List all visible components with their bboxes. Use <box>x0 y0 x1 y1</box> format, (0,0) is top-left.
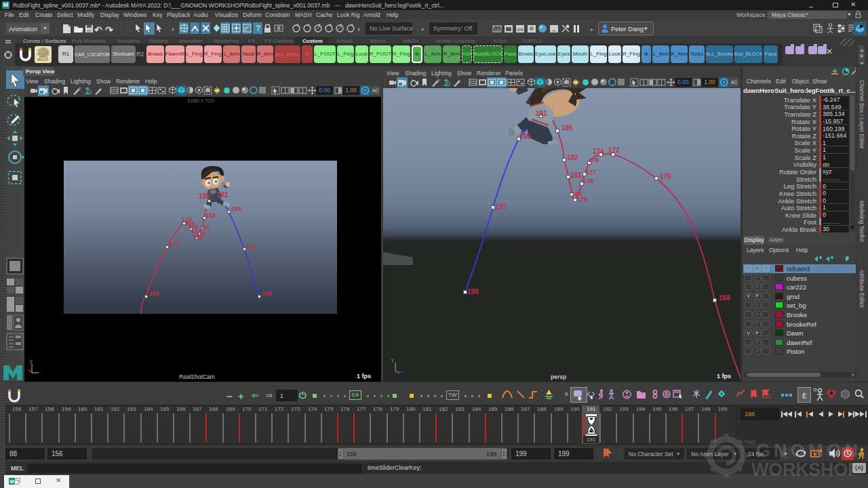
svg-text:?: ? <box>256 24 260 33</box>
svg-text:THE: THE <box>744 439 756 446</box>
svg-text:GNOMON: GNOMON <box>756 441 858 461</box>
svg-text:WORKSHOP: WORKSHOP <box>751 460 860 479</box>
svg-text:y: y <box>30 358 33 364</box>
svg-text:123: 123 <box>494 28 500 32</box>
svg-text:2: 2 <box>247 25 250 29</box>
svg-text:IPR: IPR <box>517 28 524 32</box>
svg-text:tween: tween <box>37 58 48 62</box>
svg-text:y: y <box>391 357 394 363</box>
